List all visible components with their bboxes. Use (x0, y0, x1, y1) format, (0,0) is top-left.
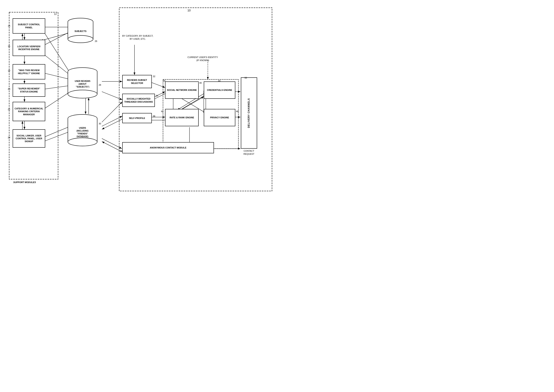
svg-text:USERS: USERS (79, 127, 86, 129)
svg-line-7 (41, 33, 70, 41)
anonymous-contact-box: ANONYMOUS CONTACT MODULE (122, 142, 214, 153)
ref-12: 12 (54, 13, 57, 16)
ref-26: 26 (95, 40, 97, 42)
ref-14: 14 (8, 24, 10, 27)
privacy-engine-box: PRIVACY ENGINE (204, 109, 235, 126)
credentials-engine-box: CREDENTIALS ENGINE (204, 81, 235, 99)
delivery-channels-box: DELIVERY CHANNELS (241, 77, 257, 149)
was-this-review-box: "WAS THIS REVIEW HELPFUL?" ENGINE (13, 64, 45, 79)
ref-32: 32 (153, 75, 155, 78)
self-profile-box: SELF-PROFILE (122, 113, 152, 123)
svg-point-60 (68, 90, 97, 98)
by-category-label: BY CATEGORY, BY SUBJECT, BY USER, ETC. (122, 32, 153, 40)
ref-22: 22 (8, 108, 10, 111)
ref-16: 16 (8, 45, 10, 48)
svg-text:SUBJECTS: SUBJECTS (75, 30, 87, 32)
ref-34: 34 (156, 94, 158, 97)
svg-text:USER REVIEWS: USER REVIEWS (75, 80, 91, 82)
ref-46: 46 (236, 110, 238, 113)
ref-36: 36 (153, 115, 155, 118)
user-reviews-cylinder: USER REVIEWS (ABOUT "SUBJECTS") (67, 67, 98, 100)
svg-line-19 (102, 92, 122, 100)
svg-line-37 (102, 139, 122, 149)
socially-weighted-box: SOCIALLY-WEIGHTED THREADED DISCUSSIONS (122, 94, 155, 107)
svg-text:(ABOUT: (ABOUT (79, 83, 87, 85)
subject-control-panel-box: SUBJECT CONTROL PANEL (13, 18, 45, 34)
svg-point-68 (68, 138, 97, 146)
svg-point-54 (68, 35, 93, 43)
users-cylinder: USERS (INCLUDING "FRIENDS" DATABASE) (67, 114, 98, 148)
social-network-engine-box: SOCIAL NETWORK ENGINE (165, 81, 199, 99)
svg-text:(INCLUDING: (INCLUDING (77, 130, 89, 132)
subjects-cylinder: SUBJECTS (67, 17, 94, 44)
svg-line-20 (102, 102, 122, 122)
ref-48: 48 (120, 150, 122, 153)
svg-text:DATABASE): DATABASE) (77, 135, 88, 138)
svg-line-21 (102, 116, 122, 126)
category-numerical-box: CATEGORY & NUMERICAL RANKING CRITERIA MA… (13, 102, 45, 121)
reviews-subset-box: REVIEWS SUBSET SELECTOR (122, 75, 152, 88)
social-linker-box: SOCIAL LINKER, USER CONTROL PANEL, USER … (13, 129, 45, 148)
super-reviewer-box: "SUPER REVIEWER" STATUS ENGINE (13, 84, 45, 97)
contact-request-label: CONTACT REQUEST (243, 147, 254, 155)
support-modules-label: SUPPORT MODULES (13, 181, 36, 184)
rate-rank-engine-box: RATE & RANK ENGINE (165, 109, 199, 126)
svg-text:"FRIENDS": "FRIENDS" (77, 133, 88, 135)
ref-24: 24 (8, 136, 10, 139)
locator-verifier-box: LOCATOR/ VERIFIER/ INCENTIVE ENGINE (13, 40, 45, 56)
ref-18: 18 (8, 69, 10, 72)
ref-50: 50 (244, 76, 247, 79)
ref-20: 20 (8, 88, 10, 91)
current-user-identity-label: CURRENT USER'S IDENTITY (IF KNOWN) (187, 53, 218, 62)
ref-40: 40 (199, 81, 202, 84)
ref-42: 42 (161, 110, 163, 113)
svg-line-22 (102, 119, 122, 129)
ref-30: 30 (99, 122, 101, 125)
ref-10: 10 (187, 8, 191, 12)
ref-28: 28 (99, 84, 101, 86)
svg-text:"SUBJECTS"): "SUBJECTS") (76, 86, 89, 88)
svg-line-38 (102, 141, 122, 152)
